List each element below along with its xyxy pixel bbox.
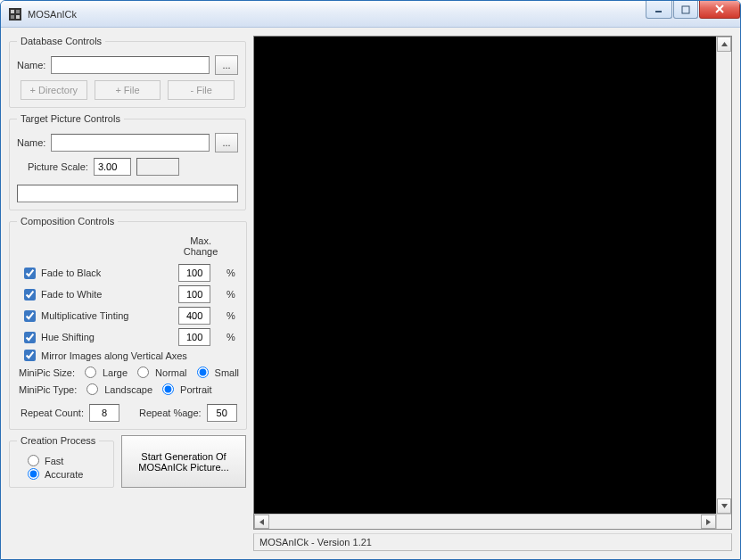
preview-area [253,36,732,530]
vertical-scrollbar[interactable] [716,37,731,514]
type-landscape-label: Landscape [104,384,152,395]
accurate-radio[interactable] [28,468,39,480]
svg-marker-11 [259,519,264,525]
picture-scale-input[interactable] [94,158,131,176]
minipic-type-label: MiniPic Type: [19,384,77,395]
max-change-label: Max. Change [178,235,223,257]
mult-tint-label: Multiplicative Tinting [41,310,128,321]
titlebar[interactable]: MOSAnICk [1,1,740,28]
target-name-input[interactable] [51,134,210,152]
type-portrait-radio[interactable] [162,383,174,395]
size-normal-radio[interactable] [137,366,149,378]
repeat-count-label: Repeat Count: [21,408,84,418]
hue-shift-checkbox[interactable] [24,332,36,343]
composition-legend: Composition Controls [17,216,118,226]
close-button[interactable] [699,1,740,19]
window-buttons [645,1,740,27]
svg-rect-6 [682,6,689,13]
size-normal-label: Normal [155,367,186,378]
svg-rect-1 [11,10,14,13]
add-file-button[interactable]: + File [95,80,161,100]
right-panel: MOSAnICk - Version 1.21 [253,36,732,551]
svg-rect-4 [16,15,20,19]
svg-marker-12 [706,519,711,525]
composition-controls-group: Composition Controls Max. Change Fade to… [9,216,247,430]
mirror-label: Mirror Images along Vertical Axes [41,350,187,361]
minimize-button[interactable] [646,1,672,19]
add-directory-button[interactable]: + Directory [21,80,87,100]
fade-white-label: Fade to White [41,289,102,300]
fade-white-input[interactable] [178,285,210,303]
target-browse-button[interactable]: ... [215,133,238,152]
repeat-count-input[interactable] [89,404,119,422]
scroll-left-button[interactable] [254,515,269,529]
hue-shift-input[interactable] [178,328,210,346]
size-small-radio[interactable] [197,366,209,378]
db-browse-button[interactable]: ... [215,55,238,75]
database-legend: Database Controls [17,36,105,46]
scroll-corner [716,515,731,529]
type-portrait-label: Portrait [180,384,211,395]
svg-marker-9 [721,42,728,46]
mult-tint-checkbox[interactable] [24,310,36,322]
target-picture-group: Target Picture Controls Name: ... Pictur… [9,113,246,210]
target-legend: Target Picture Controls [17,113,124,124]
scroll-up-button[interactable] [717,37,731,52]
minipic-size-label: MiniPic Size: [19,367,75,378]
size-small-label: Small [215,367,240,378]
fast-radio[interactable] [28,455,39,466]
scroll-right-button[interactable] [701,515,716,529]
fast-label: Fast [45,456,63,466]
fade-black-checkbox[interactable] [24,268,36,279]
database-controls-group: Database Controls Name: ... + Directory … [9,36,246,108]
type-landscape-radio[interactable] [86,383,98,395]
size-large-radio[interactable] [85,366,96,378]
left-panel: Database Controls Name: ... + Directory … [9,36,246,551]
fade-white-checkbox[interactable] [24,289,36,301]
svg-rect-3 [11,15,14,19]
fade-black-input[interactable] [178,264,210,282]
accurate-label: Accurate [45,469,83,480]
hue-shift-label: Hue Shifting [41,332,95,342]
creation-process-group: Creation Process Fast Accurate [9,435,114,488]
status-bar: MOSAnICk - Version 1.21 [253,533,732,551]
client-area: Database Controls Name: ... + Directory … [1,28,740,559]
vscroll-track[interactable] [717,52,731,498]
picture-scale-label: Picture Scale: [28,161,88,172]
svg-rect-2 [16,10,20,13]
mult-tint-input[interactable] [178,307,210,325]
scroll-down-button[interactable] [717,498,731,514]
preview-canvas [254,37,716,514]
app-icon [8,7,22,21]
app-window: MOSAnICk Database Controls Name: ... + D… [0,0,741,560]
svg-marker-10 [721,504,728,508]
remove-file-button[interactable]: - File [168,80,235,100]
db-name-input[interactable] [51,56,210,74]
window-title: MOSAnICk [28,9,645,20]
db-name-label: Name: [17,60,45,70]
mirror-checkbox[interactable] [24,350,36,361]
target-name-label: Name: [17,137,45,148]
pct-sign: % [226,268,239,278]
start-generation-button[interactable]: Start Generation Of MOSAnICk Picture... [121,435,246,488]
size-large-label: Large [103,367,128,378]
creation-legend: Creation Process [17,435,99,446]
repeat-pct-label: Repeat %age: [139,408,202,418]
horizontal-scrollbar[interactable] [254,514,731,529]
target-progress [17,185,238,202]
picture-scale-readout [136,158,179,176]
maximize-button[interactable] [673,1,698,19]
repeat-pct-input[interactable] [207,404,237,422]
hscroll-track[interactable] [269,515,701,529]
fade-black-label: Fade to Black [41,268,101,278]
